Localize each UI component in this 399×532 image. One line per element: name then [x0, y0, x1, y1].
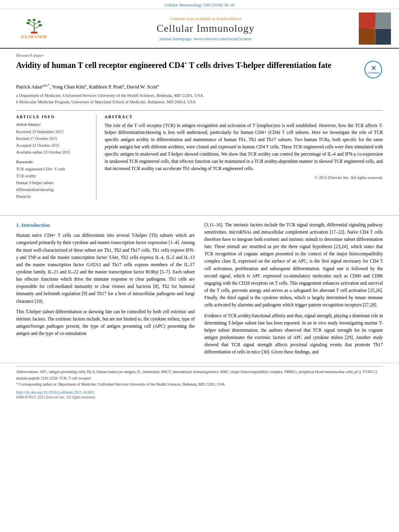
keyword-4: Plasticity — [16, 194, 31, 199]
page-footer: Abbreviations: APC, antigen presenting c… — [0, 363, 399, 402]
article-history: Article history: Received 19 September 2… — [16, 122, 90, 156]
journal-header-center: Contents lists available at ScienceDirec… — [60, 16, 351, 41]
body-paragraph-2: This T-helper subset differentiation or … — [16, 308, 195, 337]
body-column-left: 1. Introduction Human naïve CD4+ T cells… — [16, 221, 195, 359]
svg-point-10 — [33, 19, 35, 21]
crossmark-icon[interactable]: ✕ CrossMark — [364, 61, 382, 78]
footer-notes: Abbreviations: APC, antigen presenting c… — [16, 366, 383, 388]
sciencedirect-link-text[interactable]: ScienceDirect — [216, 16, 241, 21]
journal-top-bar: Cellular Immunology 299 (2016) 30–41 — [0, 0, 399, 9]
svg-point-6 — [39, 24, 42, 26]
keyword-3: Human T-helper subset differentiation/sk… — [16, 181, 53, 192]
article-info-column: ARTICLE INFO Article history: Received 1… — [16, 115, 97, 200]
elsevier-logo: ELSEVIER — [18, 18, 50, 39]
abstract-heading: ABSTRACT — [105, 115, 383, 119]
article-title: Avidity of human T cell receptor enginee… — [16, 60, 359, 70]
keyword-2: TCR avidity — [16, 174, 36, 178]
available-date: Available online 23 October 2015 — [16, 150, 70, 154]
svg-marker-11 — [31, 32, 38, 33]
journal-cover-image — [359, 12, 391, 45]
footer-doi[interactable]: http://dx.doi.org/10.1016/j.cellimm.2015… — [16, 390, 383, 394]
history-label: Article history: — [16, 122, 90, 127]
affiliation-a: a Department of Medicine, Uniformed Serv… — [16, 92, 383, 99]
article-info-abstract-section: ARTICLE INFO Article history: Received 1… — [16, 110, 383, 200]
affiliations: a Department of Medicine, Uniformed Serv… — [16, 92, 383, 105]
svg-point-9 — [28, 19, 31, 21]
body-paragraph-3: [3,11–16]. The intrinsic factors include… — [204, 221, 383, 309]
footer-issn: 0008-8749/© 2015 Elsevier Inc. All right… — [16, 395, 383, 399]
body-paragraph-4: Evidence of TCR avidity/functional affin… — [204, 312, 383, 356]
section-divider — [0, 215, 399, 216]
corresponding-note: * Corresponding author at: Department of… — [16, 382, 383, 388]
authors-line: Patrick Adaira,b,*, Yong Chan Kima, Kath… — [16, 83, 383, 90]
received-date: Received 19 September 2015 — [16, 129, 63, 134]
svg-line-5 — [30, 21, 34, 23]
svg-line-4 — [34, 23, 39, 25]
abbreviations-note: Abbreviations: APC, antigen presenting c… — [16, 369, 383, 381]
body-paragraph-1: Human naïve CD4+ T cells can differentia… — [16, 232, 195, 305]
journal-thumbnail — [351, 12, 391, 45]
article-content: Research paper Avidity of human T cell r… — [0, 49, 399, 214]
journal-homepage: journal homepage: www.elsevier.com/locat… — [60, 36, 351, 41]
affiliation-b: b Molecular Medicine Program, University… — [16, 99, 383, 105]
accepted-date: Accepted 21 October 2015 — [16, 143, 59, 148]
section1-heading: 1. Introduction — [16, 221, 195, 230]
copyright-line: © 2015 Elsevier Inc. All rights reserved… — [105, 175, 383, 180]
abstract-text: The role of the T cell receptor (TCR) in… — [105, 122, 383, 173]
keyword-1: TCR engineered CD4+ T cells — [16, 167, 65, 171]
abstract-column: ABSTRACT The role of the T cell receptor… — [105, 115, 383, 200]
body-content: 1. Introduction Human naïve CD4+ T cells… — [0, 221, 399, 359]
crossmark-badge[interactable]: ✕ CrossMark — [364, 60, 383, 79]
svg-point-7 — [26, 22, 30, 24]
sciencedirect-line: Contents lists available at ScienceDirec… — [60, 16, 351, 21]
keywords-section: Keywords: TCR engineered CD4+ T cells TC… — [16, 160, 90, 200]
elsevier-logo-area: ELSEVIER — [8, 18, 60, 39]
journal-citation: Cellular Immunology 299 (2016) 30–41 — [164, 2, 235, 7]
article-title-row: Avidity of human T cell receptor enginee… — [16, 60, 383, 79]
svg-point-8 — [38, 21, 41, 23]
journal-header: ELSEVIER Contents lists available at Sci… — [0, 9, 399, 49]
revised-date: Revised 17 October 2015 — [16, 136, 57, 141]
elsevier-wordmark: ELSEVIER — [21, 34, 47, 39]
svg-line-2 — [34, 26, 39, 29]
svg-line-3 — [29, 24, 34, 27]
article-type-label: Research paper — [16, 53, 383, 58]
journal-title: Cellular Immunology — [60, 23, 351, 35]
article-info-heading: ARTICLE INFO — [16, 115, 90, 119]
keywords-label: Keywords: — [16, 160, 90, 164]
body-column-right: [3,11–16]. The intrinsic factors include… — [204, 221, 383, 359]
